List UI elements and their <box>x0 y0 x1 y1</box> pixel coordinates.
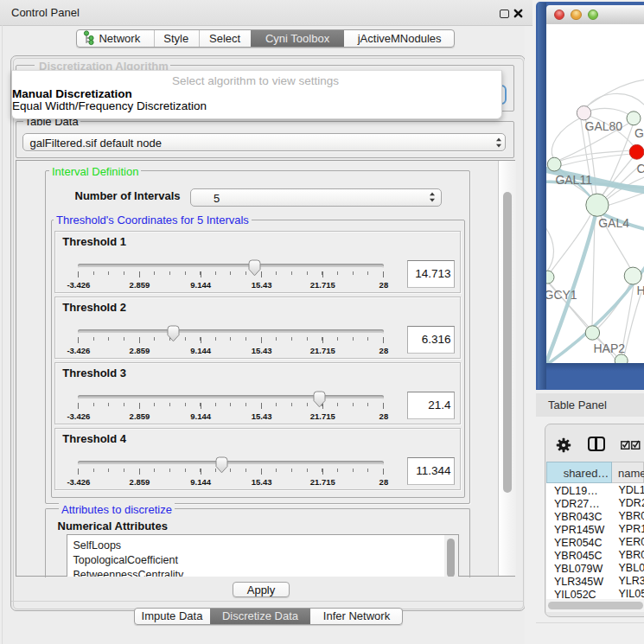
svg-text:HAP2: HAP2 <box>594 341 626 355</box>
svg-text:GAL4: GAL4 <box>598 216 629 230</box>
svg-text:GAL80: GAL80 <box>585 119 623 133</box>
svg-text:GAL11: GAL11 <box>555 173 592 187</box>
svg-text:GCY1: GCY1 <box>546 288 577 302</box>
svg-text:CA: CA <box>637 162 644 175</box>
svg-text:GA: GA <box>634 126 644 140</box>
svg-text:H: H <box>637 284 644 297</box>
